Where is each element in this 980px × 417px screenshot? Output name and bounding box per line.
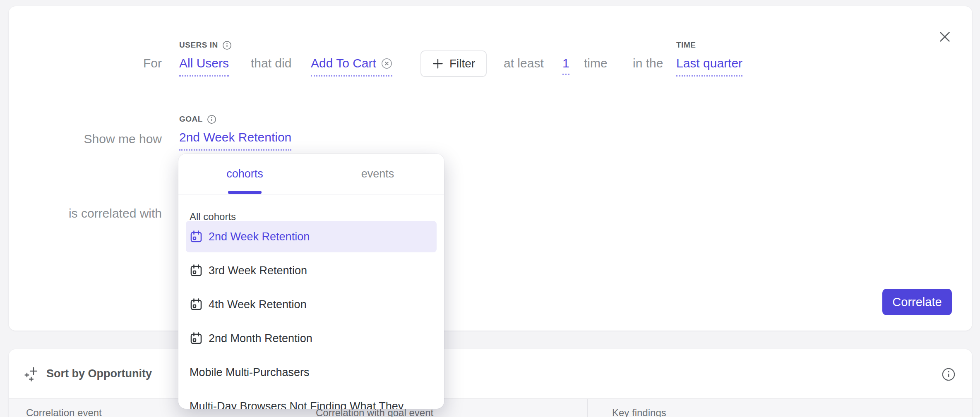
list-item-label: 2nd Month Retention (209, 332, 312, 345)
list-item-label: Multi-Day Browsers Not Finding What They (190, 400, 404, 409)
list-item[interactable]: Mobile Multi-Purchasers (178, 355, 444, 389)
users-in-label: USERS IN (179, 41, 218, 50)
calendar-icon (190, 298, 203, 311)
at-least-text: at least (504, 56, 544, 70)
dropdown-tabs: cohorts events (178, 154, 444, 194)
calendar-icon (190, 230, 203, 243)
list-item-label: 3rd Week Retention (209, 264, 307, 277)
row1-prefix: For (9, 56, 162, 70)
plus-icon (432, 58, 444, 70)
column-header-correlation-event: Correlation event (26, 407, 102, 417)
cohort-selector[interactable]: All Users (179, 56, 229, 77)
column-header-key-findings: Key findings (612, 407, 666, 417)
info-icon[interactable] (207, 115, 216, 124)
event-label: Add To Cart (311, 56, 376, 70)
time-range-selector[interactable]: Last quarter (676, 56, 742, 77)
calendar-icon (190, 332, 203, 345)
time-unit-text: time (584, 56, 608, 70)
info-icon[interactable] (942, 367, 956, 381)
calendar-icon (190, 264, 203, 277)
add-filter-button[interactable]: Filter (420, 50, 487, 77)
that-did-text: that did (251, 56, 291, 70)
time-group: TIME Last quarter (676, 40, 742, 77)
cohort-picker-dropdown: cohorts events All cohorts 2nd Week Rete… (178, 154, 444, 409)
time-label: TIME (676, 41, 696, 50)
count-stepper[interactable]: 1 (562, 56, 569, 75)
event-selector[interactable]: Add To Cart (311, 56, 392, 77)
tab-events[interactable]: events (311, 154, 444, 194)
table-header-row: Correlation event Correlation with goal … (9, 398, 972, 417)
info-icon[interactable] (222, 41, 232, 50)
list-item-label: Mobile Multi-Purchasers (190, 366, 310, 379)
remove-event-icon[interactable] (381, 58, 392, 69)
correlate-button[interactable]: Correlate (882, 289, 952, 315)
goal-group: GOAL 2nd Week Retention (179, 114, 291, 151)
goal-selector[interactable]: 2nd Week Retention (179, 130, 291, 151)
sort-sparkle-icon (24, 367, 39, 381)
results-card: Sort by Opportunity Correlation event Co… (8, 349, 973, 417)
sort-row: Sort by Opportunity (9, 349, 152, 398)
list-item[interactable]: 3rd Week Retention (178, 254, 444, 288)
in-the-text: in the (633, 56, 663, 70)
filter-button-label: Filter (449, 57, 475, 70)
list-item[interactable]: 4th Week Retention (178, 288, 444, 321)
list-item[interactable]: Multi-Day Browsers Not Finding What They (178, 389, 444, 409)
goal-label: GOAL (179, 115, 203, 124)
list-item[interactable]: 2nd Week Retention (186, 221, 437, 252)
users-in-group: USERS IN All Users (179, 40, 232, 77)
row2-prefix: Show me how (9, 132, 162, 146)
active-tab-indicator (228, 191, 262, 194)
list-item-label: 4th Week Retention (209, 298, 307, 311)
query-builder-card: For USERS IN All Users that did Add To C… (8, 6, 973, 331)
column-divider (587, 399, 588, 417)
tab-cohorts[interactable]: cohorts (178, 154, 311, 194)
list-item[interactable]: 2nd Month Retention (178, 321, 444, 355)
list-item-label: 2nd Week Retention (209, 230, 310, 243)
row3-prefix: is correlated with (9, 206, 162, 220)
close-icon[interactable] (936, 28, 954, 46)
cohort-list: 2nd Week Retention 3rd Week Retention (178, 220, 444, 409)
event-group: Add To Cart (311, 56, 392, 77)
sort-by-opportunity[interactable]: Sort by Opportunity (46, 367, 152, 380)
